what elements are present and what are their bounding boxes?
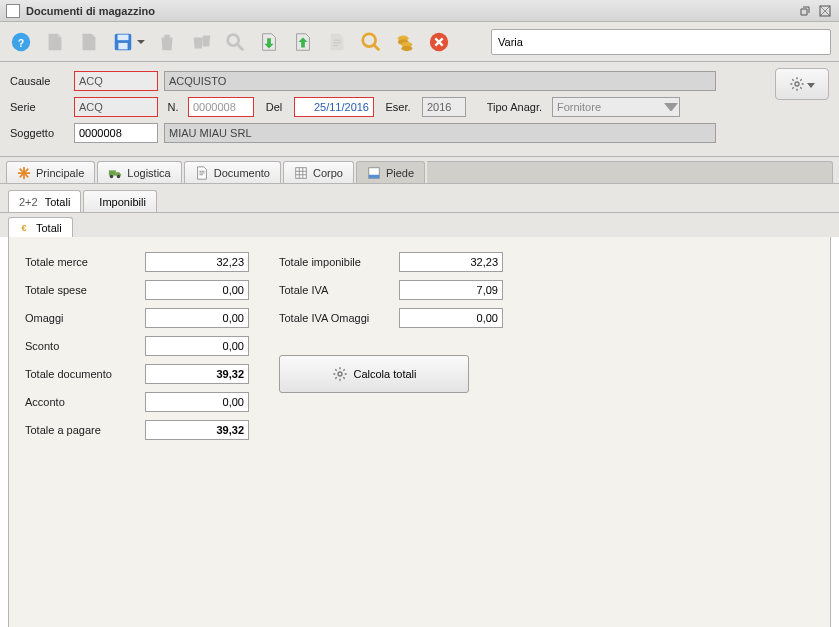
causale-desc xyxy=(164,71,716,91)
causale-input[interactable] xyxy=(74,71,158,91)
tab-totali[interactable]: 2+2 Totali xyxy=(8,190,81,212)
save-split-button[interactable] xyxy=(110,28,146,56)
calcola-button-label: Calcola totali xyxy=(354,368,417,380)
find-button[interactable] xyxy=(358,28,384,56)
coins-button[interactable] xyxy=(392,28,418,56)
totale-spese-label: Totale spese xyxy=(25,284,137,296)
svg-point-7 xyxy=(363,33,376,46)
new-doc-alt-button[interactable] xyxy=(76,28,102,56)
del-input[interactable] xyxy=(294,97,374,117)
totale-imponibile-input[interactable] xyxy=(399,252,503,272)
import-button[interactable] xyxy=(256,28,282,56)
svg-rect-19 xyxy=(369,174,380,178)
sconto-label: Sconto xyxy=(25,340,137,352)
soggetto-name xyxy=(164,123,716,143)
causale-label: Causale xyxy=(10,75,68,87)
acconto-input[interactable] xyxy=(145,392,249,412)
eser-input xyxy=(422,97,466,117)
tabs-level1: Principale Logistica Documento Corpo Pie… xyxy=(0,157,839,184)
totale-pagare-input[interactable] xyxy=(145,420,249,440)
gear-icon xyxy=(789,76,805,92)
svg-point-6 xyxy=(228,34,239,45)
close-button[interactable] xyxy=(426,28,452,56)
tab-totali-inner[interactable]: € Totali xyxy=(8,217,73,237)
save-dropdown-caret[interactable] xyxy=(136,28,146,56)
svg-text:€: € xyxy=(22,222,28,233)
eser-label: Eser. xyxy=(380,101,416,113)
truck-icon xyxy=(108,166,122,180)
header-form: Causale Serie N. Del Eser. Tipo Anagr. S… xyxy=(0,62,839,157)
tab-logistica[interactable]: Logistica xyxy=(97,161,181,183)
window-restore-button[interactable] xyxy=(797,3,813,19)
toolbar-search-wrap xyxy=(460,29,831,55)
toolbar-search-input[interactable] xyxy=(491,29,831,55)
serie-input[interactable] xyxy=(74,97,158,117)
omaggi-label: Omaggi xyxy=(25,312,137,324)
edit-doc-button[interactable] xyxy=(324,28,350,56)
totale-iva-input[interactable] xyxy=(399,280,503,300)
tab-totali-prefix: 2+2 xyxy=(19,196,38,208)
totals-left-column: Totale merce Totale spese Omaggi Sconto … xyxy=(25,251,249,441)
soggetto-code-input[interactable] xyxy=(74,123,158,143)
n-input[interactable] xyxy=(188,97,254,117)
tab-label: Totali xyxy=(45,196,71,208)
search-button[interactable] xyxy=(222,28,248,56)
delete-multi-button[interactable] xyxy=(188,28,214,56)
tab-imponibili[interactable]: Imponibili xyxy=(83,190,156,212)
tab-corpo[interactable]: Corpo xyxy=(283,161,354,183)
totale-iva-omaggi-input[interactable] xyxy=(399,308,503,328)
tabs-level3: € Totali xyxy=(0,213,839,237)
svg-point-16 xyxy=(117,174,121,178)
help-button[interactable]: ? xyxy=(8,28,34,56)
calcola-totali-button[interactable]: Calcola totali xyxy=(279,355,469,393)
svg-point-13 xyxy=(795,82,799,86)
tab-principale[interactable]: Principale xyxy=(6,161,95,183)
chevron-down-icon xyxy=(664,100,678,114)
tipo-anagr-combo[interactable] xyxy=(552,97,680,117)
save-button[interactable] xyxy=(110,28,136,56)
tipo-anagr-label: Tipo Anagr. xyxy=(472,101,546,113)
totale-documento-label: Totale documento xyxy=(25,368,137,380)
window-icon xyxy=(6,4,20,18)
toolbar: ? xyxy=(0,22,839,62)
totale-documento-input[interactable] xyxy=(145,364,249,384)
totale-pagare-label: Totale a pagare xyxy=(25,424,137,436)
grid-icon xyxy=(294,166,308,180)
omaggi-input[interactable] xyxy=(145,308,249,328)
totale-iva-label: Totale IVA xyxy=(279,284,391,296)
totale-spese-input[interactable] xyxy=(145,280,249,300)
delete-button[interactable] xyxy=(154,28,180,56)
tipo-anagr-value xyxy=(552,97,680,117)
tab-documento[interactable]: Documento xyxy=(184,161,281,183)
svg-text:?: ? xyxy=(18,37,24,48)
totals-panel: Totale merce Totale spese Omaggi Sconto … xyxy=(8,237,831,627)
svg-point-11 xyxy=(401,45,412,50)
svg-rect-17 xyxy=(296,167,307,178)
del-label: Del xyxy=(260,101,288,113)
serie-label: Serie xyxy=(10,101,68,113)
n-label: N. xyxy=(164,101,182,113)
tab-piede[interactable]: Piede xyxy=(356,161,425,183)
export-button[interactable] xyxy=(290,28,316,56)
totale-iva-omaggi-label: Totale IVA Omaggi xyxy=(279,312,391,324)
window-maximize-button[interactable] xyxy=(817,3,833,19)
document-icon xyxy=(195,166,209,180)
tab-label: Piede xyxy=(386,167,414,179)
acconto-label: Acconto xyxy=(25,396,137,408)
footer-icon xyxy=(367,166,381,180)
chevron-down-icon xyxy=(807,78,815,90)
svg-point-15 xyxy=(110,174,114,178)
new-doc-button[interactable] xyxy=(42,28,68,56)
tabs-level2: 2+2 Totali Imponibili xyxy=(0,184,839,213)
totale-merce-label: Totale merce xyxy=(25,256,137,268)
totale-merce-input[interactable] xyxy=(145,252,249,272)
tabs1-filler xyxy=(427,161,833,183)
tab-label: Imponibili xyxy=(99,196,145,208)
settings-dropdown-button[interactable] xyxy=(775,68,829,100)
totals-right-column: Totale imponibile Totale IVA Totale IVA … xyxy=(279,251,503,441)
totale-imponibile-label: Totale imponibile xyxy=(279,256,391,268)
tab-label: Principale xyxy=(36,167,84,179)
sconto-input[interactable] xyxy=(145,336,249,356)
euro-icon: € xyxy=(19,222,31,234)
window-title: Documenti di magazzino xyxy=(26,5,793,17)
